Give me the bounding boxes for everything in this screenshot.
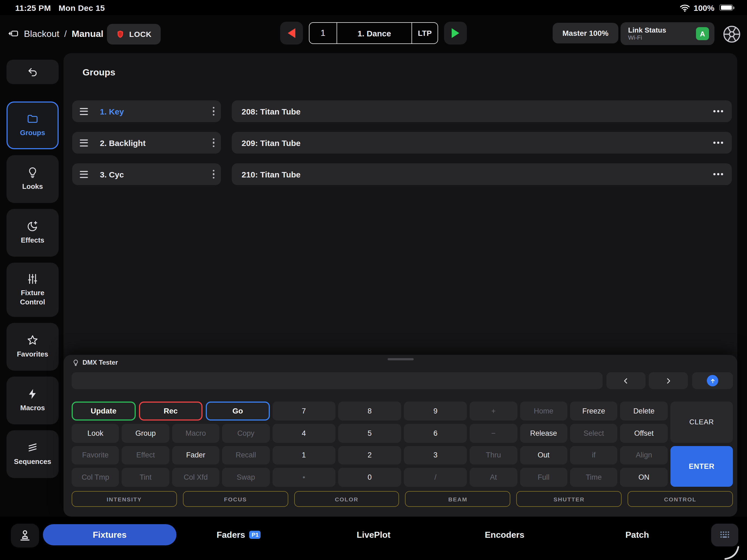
tab-patch[interactable]: Patch	[625, 524, 649, 545]
tab-fixtures[interactable]: Fixtures	[43, 524, 176, 545]
key-full[interactable]: Full	[520, 468, 567, 487]
sidebar-item-label: Fixture Control	[9, 289, 56, 306]
lock-button[interactable]: LOCK	[107, 24, 161, 45]
key-recall[interactable]: Recall	[222, 446, 269, 465]
key-col-xfd[interactable]: Col Xfd	[172, 468, 220, 487]
key-fader[interactable]: Fader	[172, 446, 220, 465]
key-align[interactable]: Align	[620, 446, 668, 465]
link-status-button[interactable]: Link Status Wi-Fi A	[620, 22, 715, 45]
send-button[interactable]	[692, 372, 733, 389]
key-7[interactable]: 7	[272, 402, 335, 421]
key-at[interactable]: At	[470, 468, 517, 487]
key-slash[interactable]: /	[404, 468, 467, 487]
sidebar-item-macros[interactable]: Macros	[6, 377, 59, 424]
key-2[interactable]: 2	[338, 446, 401, 465]
key-if[interactable]: if	[570, 446, 618, 465]
group-row[interactable]: 2. Backlight	[72, 132, 221, 154]
history-next-button[interactable]	[649, 372, 688, 389]
key-4[interactable]: 4	[272, 424, 335, 443]
cue-display[interactable]: 1 1. Dance LTP	[309, 22, 438, 44]
key-5[interactable]: 5	[338, 424, 401, 443]
master-level-button[interactable]: Master 100%	[552, 23, 618, 44]
fixture-row[interactable]: 209: Titan Tube	[232, 132, 732, 154]
key-plus[interactable]: +	[470, 402, 517, 421]
breadcrumb-root[interactable]: Blackout	[24, 29, 59, 39]
tab-encoders[interactable]: Encoders	[485, 524, 524, 545]
palette-focus[interactable]: FOCUS	[183, 491, 288, 507]
key-macro[interactable]: Macro	[172, 424, 220, 443]
cue-number[interactable]: 1	[309, 23, 337, 44]
key-look[interactable]: Look	[72, 424, 119, 443]
sidebar-item-groups[interactable]: Groups	[6, 102, 59, 149]
kebab-menu-icon[interactable]	[212, 138, 214, 147]
key-col-tmp[interactable]: Col Tmp	[72, 468, 119, 487]
kebab-menu-icon[interactable]	[212, 170, 214, 179]
key-out[interactable]: Out	[520, 446, 567, 465]
key-go[interactable]: Go	[206, 402, 269, 421]
sidebar-item-effects[interactable]: Effects	[6, 209, 59, 257]
palette-beam[interactable]: BEAM	[405, 491, 511, 507]
row-menu-icon[interactable]	[713, 142, 723, 144]
cue-name[interactable]: 1. Dance	[337, 23, 412, 44]
key-delete[interactable]: Delete	[620, 402, 668, 421]
drag-handle-icon[interactable]	[80, 108, 88, 115]
row-menu-icon[interactable]	[713, 110, 723, 112]
key-clear[interactable]: CLEAR	[670, 402, 733, 443]
key-copy[interactable]: Copy	[222, 424, 269, 443]
back-button[interactable]	[6, 60, 59, 84]
group-row[interactable]: 1. Key	[72, 100, 221, 122]
key-freeze[interactable]: Freeze	[570, 402, 618, 421]
key-dot[interactable]: •	[272, 468, 335, 487]
key-enter[interactable]: ENTER	[670, 446, 733, 487]
key-home[interactable]: Home	[520, 402, 567, 421]
group-row[interactable]: 3. Cyc	[72, 163, 221, 185]
joystick-button[interactable]	[11, 524, 39, 548]
command-line-input[interactable]	[72, 372, 602, 389]
sheet-drag-handle[interactable]	[387, 358, 413, 360]
history-prev-button[interactable]	[607, 372, 645, 389]
fixture-row[interactable]: 210: Titan Tube	[232, 163, 732, 185]
key-swap[interactable]: Swap	[222, 468, 269, 487]
cue-mode[interactable]: LTP	[412, 23, 438, 44]
key-minus[interactable]: −	[470, 424, 517, 443]
breadcrumb[interactable]: Blackout / Manual	[8, 15, 103, 53]
fixture-row[interactable]: 208: Titan Tube	[232, 100, 732, 122]
kebab-menu-icon[interactable]	[212, 107, 214, 116]
next-cue-button[interactable]	[444, 22, 467, 45]
fixture-label: 210: Titan Tube	[241, 169, 301, 179]
wheel-icon[interactable]	[722, 24, 742, 44]
key-1[interactable]: 1	[272, 446, 335, 465]
drag-handle-icon[interactable]	[80, 139, 88, 146]
key-on[interactable]: ON	[620, 468, 668, 487]
tab-faders[interactable]: Faders P1	[216, 524, 261, 545]
key-group[interactable]: Group	[122, 424, 170, 443]
tab-liveplot[interactable]: LivePlot	[357, 524, 390, 545]
key-thru[interactable]: Thru	[470, 446, 517, 465]
key-6[interactable]: 6	[404, 424, 467, 443]
key-favorite[interactable]: Favorite	[72, 446, 119, 465]
palette-color[interactable]: COLOR	[294, 491, 399, 507]
key-release[interactable]: Release	[520, 424, 567, 443]
row-menu-icon[interactable]	[713, 173, 723, 175]
key-9[interactable]: 9	[404, 402, 467, 421]
key-tint[interactable]: Tint	[122, 468, 170, 487]
previous-cue-button[interactable]	[280, 22, 303, 45]
keypad-toggle-button[interactable]	[711, 524, 738, 546]
key-time[interactable]: Time	[570, 468, 618, 487]
key-0[interactable]: 0	[338, 468, 401, 487]
key-3[interactable]: 3	[404, 446, 467, 465]
key-8[interactable]: 8	[338, 402, 401, 421]
drag-handle-icon[interactable]	[80, 171, 88, 178]
sidebar-item-fixture-control[interactable]: Fixture Control	[6, 263, 59, 317]
key-effect[interactable]: Effect	[122, 446, 170, 465]
key-update[interactable]: Update	[72, 402, 135, 421]
palette-shutter[interactable]: SHUTTER	[517, 491, 622, 507]
sidebar-item-sequences[interactable]: Sequences	[6, 430, 59, 478]
key-offset[interactable]: Offset	[620, 424, 668, 443]
sidebar-item-looks[interactable]: Looks	[6, 155, 59, 203]
key-rec[interactable]: Rec	[139, 402, 203, 421]
key-select[interactable]: Select	[570, 424, 618, 443]
sidebar-item-favorites[interactable]: Favorites	[6, 323, 59, 371]
palette-control[interactable]: CONTROL	[627, 491, 733, 507]
palette-intensity[interactable]: INTENSITY	[72, 491, 177, 507]
